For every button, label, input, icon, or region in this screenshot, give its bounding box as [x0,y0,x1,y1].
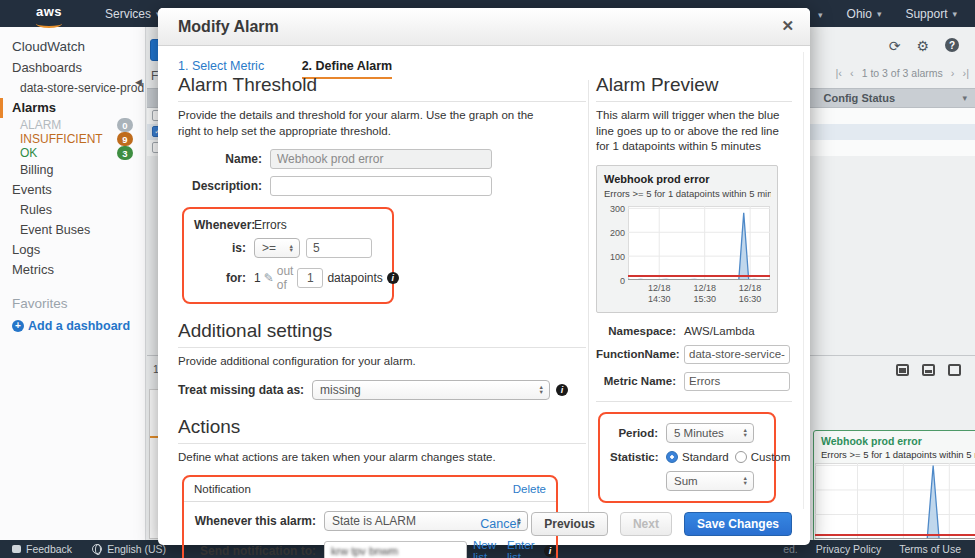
terms-of-use-link[interactable]: Terms of Use [899,543,961,555]
step-select-metric[interactable]: 1. Select Metric [178,59,264,73]
nav-region-menu[interactable]: Ohio ▾ [847,7,882,21]
treat-missing-value: missing [320,383,361,397]
help-icon[interactable]: ? [945,38,959,52]
delete-notification-link[interactable]: Delete [513,483,546,495]
feedback-bubble-icon [12,545,21,553]
new-list-link[interactable]: New list [473,539,501,558]
layout-full-icon[interactable] [948,364,961,376]
threshold-value-input[interactable] [306,238,372,258]
sidebar-item-ok-state[interactable]: OK 3 [0,146,145,160]
statistic-select[interactable]: Sum ▲▼ [666,471,754,491]
period-label: Period: [610,427,666,439]
sidebar-item-events[interactable]: Events [0,180,145,200]
info-icon[interactable]: i [387,272,399,284]
ok-count-badge: 3 [117,146,133,160]
feedback-link[interactable]: Feedback [12,543,72,555]
close-icon[interactable]: ✕ [781,17,794,35]
whenever-this-alarm-label: Whenever this alarm: [184,514,324,528]
custom-radio[interactable] [735,451,747,463]
gear-icon[interactable]: ⚙ [916,38,929,54]
pagination-last-icon[interactable]: ›| [962,67,969,79]
notification-title: Notification [194,483,251,495]
pagination-prev-icon[interactable]: ‹ [850,67,854,79]
ok-state-label: OK [20,146,37,160]
nav-services-label: Services [105,7,151,21]
pagination-first-icon[interactable]: |‹ [835,67,842,79]
alarm-state-label: ALARM [20,118,61,132]
nav-services-menu[interactable]: Services ▾ [105,7,161,21]
insufficient-count-badge: 9 [117,132,133,146]
namespace-value: AWS/Lambda [684,325,755,337]
notification-topic-input[interactable]: krw tpv bnwm [324,541,467,558]
statistic-value: Sum [674,475,698,487]
alarm-preview-description: This alarm will trigger when the blue li… [596,108,792,155]
nav-support-menu[interactable]: Support ▾ [905,7,957,21]
sidebar-collapse-icon[interactable]: ◀ [135,77,142,87]
aws-logo[interactable]: aws [36,4,62,28]
send-notification-label: Send notification to: [184,544,324,558]
namespace-label: Namespace: [596,325,684,337]
alarm-graph-chart [815,463,975,539]
layout-split-bottom-icon[interactable] [896,364,909,376]
select-arrows-icon: ▲▼ [289,244,294,253]
sidebar-item-logs[interactable]: Logs [0,240,145,260]
sidebar-item-alarm-state[interactable]: ALARM 0 [0,118,145,132]
language-selector[interactable]: English (US) [92,543,166,555]
function-name-input[interactable] [684,345,790,364]
standard-radio[interactable] [666,451,678,463]
chevron-down-icon: ▾ [877,9,882,19]
additional-settings-heading: Additional settings [178,320,586,348]
sidebar-app-title[interactable]: CloudWatch [0,37,145,58]
alarm-preview-chart: 010020030012/1814:3012/1815:3012/1816:30 [604,206,770,304]
info-icon[interactable]: i [544,545,556,557]
pencil-icon[interactable]: ✎ [264,271,274,285]
alarm-description-input[interactable] [270,176,492,196]
sidebar-add-dashboard-link[interactable]: + Add a dashboard [0,319,145,333]
modal-scrollbar[interactable] [803,52,804,509]
sidebar-item-event-buses[interactable]: Event Buses [0,220,145,240]
refresh-icon[interactable]: ⟳ [889,38,901,54]
nav-region-label: Ohio [847,7,872,21]
column-divider [588,80,589,516]
redacted-topic-value: krw tpv bnwm [331,545,398,557]
metric-name-input[interactable] [684,372,790,391]
previous-button[interactable]: Previous [531,512,608,536]
info-icon[interactable]: i [556,384,568,396]
sidebar-item-alarms[interactable]: Alarms [0,98,145,118]
add-dashboard-label: Add a dashboard [28,319,130,333]
alarms-pagination: |‹ ‹ 1 to 3 of 3 alarms › ›| [835,67,969,79]
threshold-condition-group: Whenever: Errors is: >= ▲▼ for: 1 ✎ out … [182,207,394,304]
operator-select[interactable]: >= ▲▼ [254,238,300,258]
treat-missing-label: Treat missing data as: [178,383,312,397]
actions-heading: Actions [178,416,586,444]
graph-card-title: Webhook prod error [821,435,975,447]
select-arrows-icon: ▲▼ [539,385,544,394]
sidebar-item-rules[interactable]: Rules [0,200,145,220]
period-select[interactable]: 5 Minutes ▲▼ [666,423,754,443]
m-of-n-input[interactable] [297,268,323,288]
alarm-graph-card[interactable]: Webhook prod error Errors >= 5 for 1 dat… [813,430,975,542]
enter-list-link[interactable]: Enter list [507,539,538,558]
pagination-next-icon[interactable]: › [951,67,955,79]
modal-footer: Cancel Previous Next Save Changes [480,512,792,536]
alarm-name-input[interactable] [270,149,492,169]
sidebar-item-billing[interactable]: Billing [0,160,145,180]
sidebar-item-metrics[interactable]: Metrics [0,260,145,280]
account-menu-caret-icon[interactable]: ▾ [818,10,823,21]
next-button[interactable]: Next [620,512,672,536]
chevron-down-icon: ▾ [952,9,957,19]
privacy-policy-link[interactable]: Privacy Policy [816,543,881,555]
modify-alarm-modal: Modify Alarm ✕ 1. Select Metric 2. Defin… [158,8,810,545]
sidebar-item-dashboards[interactable]: Dashboards [0,58,145,78]
sidebar-item-insufficient-state[interactable]: INSUFFICIENT 9 [0,132,145,146]
treat-missing-select[interactable]: missing ▲▼ [312,380,550,400]
feedback-label: Feedback [26,543,72,555]
layout-bottom-bar-icon[interactable] [922,364,935,376]
save-changes-button[interactable]: Save Changes [684,512,792,536]
config-status-column-header[interactable]: Config Status [824,92,896,104]
nav-support-label: Support [905,7,947,21]
cancel-link[interactable]: Cancel [480,517,519,531]
period-value: 5 Minutes [674,427,724,439]
custom-radio-label: Custom [751,451,791,463]
sidebar-item-dashboard-name[interactable]: data-store-service-prod [0,78,145,98]
